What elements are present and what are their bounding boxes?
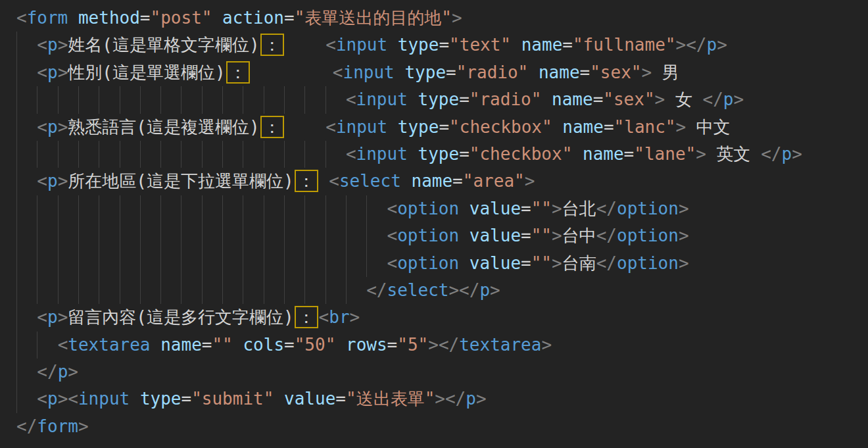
token-text bbox=[541, 89, 552, 109]
code-line[interactable]: <input type="radio" name="sex"> 女 </p> bbox=[16, 86, 868, 113]
unicode-highlight-box: ： bbox=[260, 34, 284, 56]
code-line-content: <option value="">台南</option> bbox=[16, 253, 689, 273]
token-text bbox=[408, 89, 418, 109]
token-text: 台中 bbox=[562, 226, 596, 245]
token-str: "sex" bbox=[603, 89, 654, 109]
code-line-content: </select></p> bbox=[16, 280, 500, 300]
code-editor-area[interactable]: <form method="post" action="表單送出的目的地"> <… bbox=[0, 0, 868, 448]
code-line-content: <input type="checkbox" name="lane"> 英文 <… bbox=[16, 144, 802, 164]
token-punct: < bbox=[326, 35, 336, 55]
code-line[interactable]: <p>所在地區(這是下拉選單欄位)： <select name="area"> bbox=[16, 168, 868, 195]
token-punct: > bbox=[676, 35, 687, 55]
token-tag: input bbox=[343, 62, 394, 82]
code-line[interactable]: <p>姓名(這是單格文字欄位)： <input type="text" name… bbox=[16, 32, 868, 59]
token-tag: option bbox=[617, 253, 679, 273]
token-eq: = bbox=[459, 144, 470, 164]
code-line-content: <form method="post" action="表單送出的目的地"> bbox=[16, 8, 462, 28]
token-attr: value bbox=[470, 199, 521, 218]
unicode-highlight-box: ： bbox=[295, 306, 318, 328]
token-text bbox=[285, 35, 326, 55]
token-text bbox=[233, 335, 243, 355]
token-tag: p bbox=[47, 307, 58, 327]
token-punct: > bbox=[679, 199, 689, 218]
token-punct: > bbox=[642, 62, 652, 82]
token-text bbox=[16, 335, 58, 355]
token-punct: < bbox=[68, 389, 78, 409]
token-str: "submit" bbox=[191, 389, 274, 409]
token-eq: = bbox=[439, 35, 449, 55]
token-punct: > bbox=[541, 335, 552, 355]
token-punct: < bbox=[37, 171, 47, 191]
token-punct: > bbox=[68, 362, 78, 382]
token-tag: p bbox=[58, 362, 68, 382]
token-text bbox=[16, 253, 387, 273]
token-text bbox=[335, 335, 346, 355]
code-line[interactable]: <p>留言內容(這是多行文字欄位)：<br> bbox=[16, 304, 868, 331]
token-punct: > bbox=[448, 280, 459, 300]
token-text bbox=[459, 199, 470, 218]
code-line[interactable]: <option value="">台中</option> bbox=[16, 222, 868, 249]
code-line-content: <p>姓名(這是單格文字欄位)： <input type="text" name… bbox=[16, 35, 727, 55]
token-text bbox=[251, 62, 333, 82]
token-text bbox=[16, 280, 366, 300]
token-str: "" bbox=[531, 226, 552, 245]
token-tag: form bbox=[27, 8, 68, 28]
token-eq: = bbox=[521, 253, 531, 273]
token-text: 台北 bbox=[562, 199, 596, 218]
token-punct: > bbox=[58, 389, 68, 409]
token-str: "5" bbox=[397, 335, 428, 355]
token-attr: type bbox=[418, 144, 460, 164]
code-line[interactable]: </p> bbox=[16, 359, 868, 386]
token-str: "checkbox" bbox=[449, 117, 552, 137]
token-str: "fullname" bbox=[573, 35, 676, 55]
token-attr: type bbox=[140, 389, 181, 409]
token-punct: > bbox=[552, 253, 562, 273]
token-attr: action bbox=[222, 8, 284, 28]
token-punct: > bbox=[58, 171, 68, 191]
code-line[interactable]: </form> bbox=[16, 413, 868, 440]
code-line[interactable]: <form method="post" action="表單送出的目的地"> bbox=[16, 5, 868, 32]
token-eq: = bbox=[580, 62, 591, 82]
token-tag: p bbox=[706, 35, 717, 55]
token-tag: option bbox=[617, 226, 679, 245]
token-str: "lane" bbox=[634, 144, 696, 164]
token-eq: = bbox=[140, 8, 151, 28]
token-tag: select bbox=[387, 280, 449, 300]
token-text bbox=[528, 62, 539, 82]
token-punct: < bbox=[37, 117, 47, 137]
token-tag: p bbox=[466, 389, 476, 409]
token-punct: < bbox=[58, 335, 68, 355]
code-line[interactable]: </select></p> bbox=[16, 277, 868, 304]
code-line[interactable]: <textarea name="" cols="50" rows="5"></t… bbox=[16, 332, 868, 359]
token-tag: input bbox=[336, 117, 387, 137]
code-line[interactable]: <p>性別(這是單選欄位)： <input type="radio" name=… bbox=[16, 59, 868, 86]
token-text bbox=[16, 144, 346, 164]
token-punct: > bbox=[676, 117, 687, 137]
code-line-content: </p> bbox=[16, 362, 78, 382]
token-text bbox=[395, 62, 405, 82]
token-tag: p bbox=[47, 35, 58, 55]
token-attr: name bbox=[411, 171, 452, 191]
token-punct: </ bbox=[439, 335, 459, 355]
token-text: 英文 bbox=[706, 144, 761, 164]
token-tag: p bbox=[47, 117, 58, 137]
code-line[interactable]: <option value="">台北</option> bbox=[16, 195, 868, 222]
token-punct: < bbox=[326, 117, 336, 137]
token-tag: p bbox=[781, 144, 792, 164]
code-line[interactable]: <option value="">台南</option> bbox=[16, 250, 868, 277]
token-attr: value bbox=[284, 389, 335, 409]
token-str: "radio" bbox=[470, 89, 542, 109]
code-line[interactable]: <input type="checkbox" name="lane"> 英文 <… bbox=[16, 141, 868, 168]
token-punct: < bbox=[37, 307, 47, 327]
token-tag: input bbox=[356, 89, 408, 109]
token-punct: > bbox=[78, 416, 89, 436]
token-text bbox=[68, 8, 78, 28]
token-str: "area" bbox=[463, 171, 525, 191]
code-line[interactable]: <p><input type="submit" value="送出表單"></p… bbox=[16, 386, 868, 412]
token-punct: > bbox=[696, 144, 706, 164]
token-attr: type bbox=[418, 89, 460, 109]
token-text: 熟悉語言(這是複選欄位) bbox=[68, 117, 259, 137]
token-tag: option bbox=[617, 199, 679, 218]
token-punct: </ bbox=[445, 389, 466, 409]
code-line[interactable]: <p>熟悉語言(這是複選欄位)： <input type="checkbox" … bbox=[16, 114, 868, 141]
